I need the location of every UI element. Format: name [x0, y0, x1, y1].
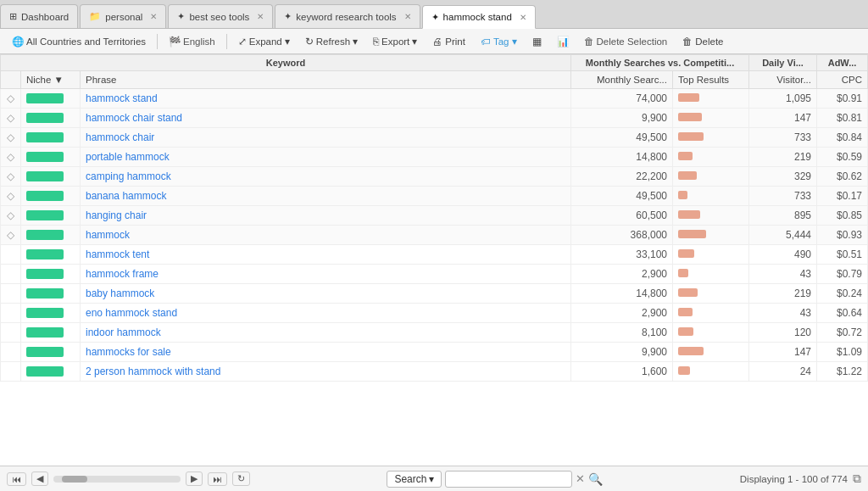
niche-diamond-icon: ◇ — [7, 170, 14, 182]
search-go-button[interactable]: 🔍 — [588, 472, 603, 486]
tab-personal[interactable]: 📁 personal ✕ — [80, 4, 166, 28]
tab-best-seo-tools-label: best seo tools — [189, 12, 249, 22]
language-button[interactable]: 🏁 English — [162, 33, 222, 50]
monthly-searches-cell: 1,600 — [571, 362, 673, 382]
monthly-searches-cell: 33,100 — [571, 245, 673, 265]
tab-close-personal[interactable]: ✕ — [150, 12, 157, 21]
print-button[interactable]: 🖨 Print — [426, 34, 472, 49]
tag-button[interactable]: 🏷 Tag ▾ — [474, 33, 524, 50]
footer-copy-button[interactable]: ⧉ — [853, 471, 861, 486]
visitors-cell: 43 — [749, 304, 817, 323]
delete-selection-button[interactable]: 🗑 Delete Selection — [577, 34, 675, 49]
keyword-link[interactable]: portable hammock — [86, 151, 170, 163]
chart-button[interactable]: 📊 — [550, 33, 576, 50]
visitors-cell: 43 — [749, 265, 817, 284]
search-dropdown[interactable]: Search ▾ — [387, 471, 442, 488]
col-group-keyword: Keyword — [1, 55, 571, 71]
tab-bar: ⊞ Dashboard 📁 personal ✕ ✦ best seo tool… — [0, 0, 868, 29]
globe-button[interactable]: 🌐 All Countries and Territories — [5, 33, 153, 50]
keyword-link[interactable]: hammock stand — [86, 92, 158, 104]
nav-refresh-button[interactable]: ↻ — [232, 471, 250, 486]
nav-first-button[interactable]: ⏮ — [7, 472, 26, 486]
keyword-link[interactable]: baby hammock — [86, 287, 154, 299]
row-checkbox-cell — [1, 343, 21, 362]
tab-close-hammock-stand[interactable]: ✕ — [520, 13, 526, 22]
competition-bar-cell — [673, 343, 749, 362]
tab-hammock-stand[interactable]: ✦ hammock stand ✕ — [422, 5, 536, 29]
keyword-link[interactable]: 2 person hammock with stand — [86, 365, 220, 377]
scrollbar[interactable] — [53, 476, 181, 483]
keyword-link[interactable]: hammock frame — [86, 268, 159, 280]
col-header-niche[interactable]: Niche ▼ — [21, 71, 81, 89]
nav-next-button[interactable]: ▶ — [186, 471, 203, 486]
search-input[interactable] — [445, 471, 572, 488]
export-chevron-icon: ▾ — [412, 36, 417, 47]
keyword-link[interactable]: camping hammock — [86, 170, 171, 182]
delete-button[interactable]: 🗑 Delete — [676, 34, 730, 49]
col-header-visitors[interactable]: Visitor... — [749, 71, 817, 89]
keyword-table-container: Keyword Monthly Searches vs. Competiti..… — [0, 54, 868, 466]
table-row: ◇hammock stand74,0001,095$0.91 — [1, 89, 868, 109]
tab-personal-label: personal — [105, 12, 142, 22]
keyword-link[interactable]: hammock chair — [86, 131, 154, 143]
visitors-cell: 24 — [749, 362, 817, 382]
keyword-icon-3: ✦ — [431, 12, 439, 23]
row-checkbox-cell: ◇ — [1, 89, 21, 109]
nav-prev-button[interactable]: ◀ — [31, 471, 48, 486]
expand-button[interactable]: ⤢ Expand ▾ — [231, 33, 297, 50]
competition-bar-cell — [673, 109, 749, 128]
delete-selection-label: Delete Selection — [597, 36, 668, 47]
keyword-link[interactable]: hammock tent — [86, 248, 149, 260]
tab-keyword-research-tools[interactable]: ✦ keyword research tools ✕ — [275, 4, 420, 28]
monthly-searches-cell: 9,900 — [571, 343, 673, 362]
keyword-link[interactable]: hammock — [86, 229, 130, 241]
phrase-cell: hammock — [81, 226, 571, 245]
keyword-link[interactable]: indoor hammock — [86, 326, 161, 338]
niche-bar-cell — [21, 304, 81, 323]
phrase-cell: hammock chair stand — [81, 109, 571, 128]
search-clear-button[interactable]: ✕ — [576, 472, 585, 485]
table-row: indoor hammock8,100120$0.72 — [1, 323, 868, 343]
monthly-searches-cell: 49,500 — [571, 187, 673, 206]
dashboard-icon: ⊞ — [9, 11, 17, 22]
keyword-table: Keyword Monthly Searches vs. Competiti..… — [0, 54, 868, 382]
competition-bar-cell — [673, 148, 749, 167]
col-header-top-results[interactable]: Top Results — [673, 71, 749, 89]
refresh-button[interactable]: ↻ Refresh ▾ — [298, 33, 364, 50]
cpc-cell: $0.84 — [817, 128, 868, 148]
col-header-monthly-searches[interactable]: Monthly Searc... — [571, 71, 673, 89]
niche-bar-cell — [21, 343, 81, 362]
niche-bar-cell — [21, 128, 81, 148]
keyword-link[interactable]: hammocks for sale — [86, 346, 171, 358]
niche-bar-cell — [21, 187, 81, 206]
col-header-cpc[interactable]: CPC — [817, 71, 868, 89]
row-checkbox-cell: ◇ — [1, 167, 21, 187]
niche-diamond-icon: ◇ — [7, 229, 14, 241]
competition-bar-cell — [673, 304, 749, 323]
niche-bar-cell — [21, 284, 81, 304]
nav-last-button[interactable]: ⏭ — [208, 472, 227, 486]
tab-close-best-seo[interactable]: ✕ — [257, 12, 264, 21]
keyword-link[interactable]: hammock chair stand — [86, 112, 182, 124]
cpc-cell: $0.24 — [817, 284, 868, 304]
keyword-link[interactable]: banana hammock — [86, 190, 166, 202]
grid-view-button[interactable]: ▦ — [526, 33, 548, 50]
tab-close-keyword-research[interactable]: ✕ — [404, 12, 411, 21]
row-checkbox-cell: ◇ — [1, 109, 21, 128]
phrase-cell: hammock stand — [81, 89, 571, 109]
monthly-searches-cell: 2,900 — [571, 265, 673, 284]
keyword-link[interactable]: eno hammock stand — [86, 307, 177, 319]
niche-diamond-icon: ◇ — [7, 131, 14, 143]
col-header-phrase[interactable]: Phrase — [81, 71, 571, 89]
export-button[interactable]: ⎘ Export ▾ — [366, 33, 424, 50]
monthly-searches-cell: 8,100 — [571, 323, 673, 343]
delete-label: Delete — [695, 36, 723, 47]
row-checkbox-cell — [1, 265, 21, 284]
tab-dashboard[interactable]: ⊞ Dashboard — [0, 4, 78, 28]
tab-best-seo-tools[interactable]: ✦ best seo tools ✕ — [168, 4, 273, 28]
cpc-cell: $1.09 — [817, 343, 868, 362]
refresh-chevron-icon: ▾ — [353, 36, 358, 47]
keyword-link[interactable]: hanging chair — [86, 209, 147, 221]
cpc-cell: $0.17 — [817, 187, 868, 206]
row-checkbox-cell — [1, 245, 21, 265]
